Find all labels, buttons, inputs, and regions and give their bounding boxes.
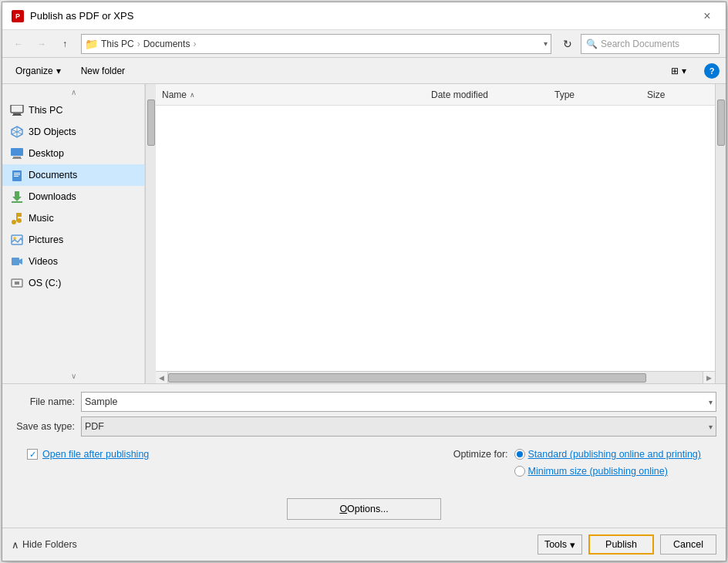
standard-radio[interactable] [514, 449, 525, 460]
open-file-label[interactable]: Open file after publishing [42, 449, 149, 460]
horizontal-scrollbar[interactable]: ◀ ▶ [156, 371, 715, 383]
cancel-button[interactable]: Cancel [660, 534, 716, 555]
back-button[interactable]: ← [8, 34, 29, 54]
save-as-type-dropdown-icon[interactable]: ▾ [709, 423, 713, 431]
sidebar-scroll-up[interactable]: ∧ [2, 84, 144, 99]
refresh-button[interactable]: ↻ [558, 34, 578, 54]
scroll-track[interactable] [168, 372, 703, 384]
save-as-type-value: PDF [85, 421, 104, 432]
sidebar-scroll-down[interactable]: ∨ [2, 368, 144, 383]
forward-button[interactable]: → [32, 34, 52, 54]
svg-marker-24 [19, 258, 22, 265]
sidebar-item-videos[interactable]: Videos [2, 251, 144, 272]
save-as-type-label: Save as type: [12, 421, 81, 432]
breadcrumb-documents[interactable]: Documents [143, 39, 190, 49]
help-button[interactable]: ? [704, 63, 720, 79]
breadcrumb-sep2: › [193, 39, 196, 49]
app-icon: P [12, 10, 24, 22]
checkbox-check-icon: ✓ [29, 450, 36, 460]
sidebar-label-3d-objects: 3D Objects [29, 126, 76, 137]
column-name-label: Name [162, 89, 187, 100]
search-box[interactable]: 🔍 Search Documents [581, 34, 720, 54]
sidebar-item-os-c[interactable]: OS (C:) [2, 272, 144, 294]
file-list-area: Name ∧ Date modified Type Size ◀ [156, 84, 715, 383]
sidebar-label-desktop: Desktop [29, 148, 64, 159]
open-file-option: ✓ Open file after publishing [27, 449, 149, 460]
hide-folders-button[interactable]: ∧ Hide Folders [12, 539, 77, 551]
sidebar-label-videos: Videos [29, 256, 58, 267]
music-icon [10, 211, 24, 225]
sidebar-item-music[interactable]: Music [2, 207, 144, 229]
file-name-row: File name: Sample ▾ [12, 392, 716, 412]
new-folder-label: New folder [81, 66, 125, 76]
optimize-for-label: Optimize for: [453, 449, 508, 460]
column-size[interactable]: Size [647, 89, 709, 100]
minimum-label: Minimum size (publishing online) [528, 466, 668, 477]
hide-folders-icon: ∧ [12, 539, 19, 551]
file-list-scrollbar[interactable] [715, 84, 726, 383]
save-as-type-row: Save as type: PDF ▾ [12, 416, 716, 437]
standard-label: Standard (publishing online and printing… [528, 449, 701, 460]
open-file-checkbox[interactable]: ✓ [27, 449, 38, 460]
file-list-header: Name ∧ Date modified Type Size [156, 84, 715, 106]
column-date[interactable]: Date modified [431, 89, 554, 100]
file-name-dropdown-icon[interactable]: ▾ [709, 398, 713, 406]
footer-bar: ∧ Hide Folders Tools ▾ Publish Cancel [2, 528, 726, 561]
svg-rect-9 [12, 158, 22, 159]
sidebar-item-desktop[interactable]: Desktop [2, 143, 144, 164]
svg-rect-7 [11, 148, 23, 156]
minimum-option[interactable]: Minimum size (publishing online) [514, 466, 701, 477]
sidebar-item-downloads[interactable]: Downloads [2, 186, 144, 207]
options-button[interactable]: OOptions... [287, 498, 441, 520]
file-scrollbar-thumb[interactable] [717, 99, 725, 146]
view-button[interactable]: ⊞ ▾ [664, 61, 693, 81]
breadcrumb-this-pc[interactable]: This PC [101, 39, 134, 49]
scroll-right-button[interactable]: ▶ [703, 372, 715, 384]
hide-folders-label: Hide Folders [22, 539, 77, 550]
optimize-radio-group: Standard (publishing online and printing… [514, 449, 701, 477]
organize-button[interactable]: Organize ▾ [8, 61, 68, 81]
svg-rect-20 [16, 213, 18, 221]
svg-rect-12 [14, 174, 20, 175]
scroll-left-button[interactable]: ◀ [156, 372, 168, 384]
file-name-input[interactable]: Sample ▾ [81, 392, 716, 412]
close-button[interactable]: × [698, 7, 716, 25]
sidebar-scrollbar[interactable] [145, 84, 156, 383]
column-type[interactable]: Type [554, 89, 647, 100]
svg-rect-11 [14, 173, 20, 174]
minimum-radio[interactable] [514, 466, 525, 477]
publish-button[interactable]: Publish [588, 534, 654, 555]
sidebar-item-3d-objects[interactable]: 3D Objects [2, 121, 144, 143]
publish-dialog: P Publish as PDF or XPS × ← → ↑ 📁 This P… [2, 2, 726, 561]
sidebar-scrollbar-thumb[interactable] [147, 99, 155, 146]
search-placeholder: Search Documents [601, 39, 679, 49]
dialog-title: Publish as PDF or XPS [30, 10, 698, 22]
save-as-type-select[interactable]: PDF ▾ [81, 416, 716, 437]
address-dropdown-icon[interactable]: ▾ [544, 39, 548, 48]
column-size-label: Size [647, 89, 665, 100]
standard-option[interactable]: Standard (publishing online and printing… [514, 449, 701, 460]
open-file-checkbox-label[interactable]: ✓ Open file after publishing [27, 449, 149, 460]
up-button[interactable]: ↑ [55, 34, 75, 54]
view-icon: ⊞ [671, 66, 679, 76]
new-folder-button[interactable]: New folder [74, 61, 132, 81]
view-options: ⊞ ▾ [664, 61, 693, 81]
sidebar-item-documents[interactable]: Documents [2, 164, 144, 186]
address-bar[interactable]: 📁 This PC › Documents › ▾ [81, 34, 551, 54]
tools-button[interactable]: Tools ▾ [538, 534, 582, 555]
sidebar-item-this-pc[interactable]: This PC [2, 99, 144, 121]
sidebar-label-downloads: Downloads [29, 191, 76, 202]
column-date-label: Date modified [431, 89, 488, 100]
view-dropdown-icon: ▾ [682, 66, 686, 76]
os-c-icon [10, 276, 24, 290]
action-bar: Organize ▾ New folder ⊞ ▾ ? [2, 58, 726, 84]
title-bar: P Publish as PDF or XPS × [2, 2, 726, 30]
sidebar-item-pictures[interactable]: Pictures [2, 229, 144, 251]
bottom-section: File name: Sample ▾ Save as type: PDF ▾ … [2, 383, 726, 528]
sidebar: ∧ This PC 3D Objects [2, 84, 145, 383]
this-pc-icon [10, 103, 24, 117]
file-list-body[interactable] [156, 106, 715, 371]
column-name[interactable]: Name ∧ [162, 89, 431, 100]
scroll-thumb[interactable] [168, 373, 646, 383]
svg-rect-16 [12, 201, 22, 203]
